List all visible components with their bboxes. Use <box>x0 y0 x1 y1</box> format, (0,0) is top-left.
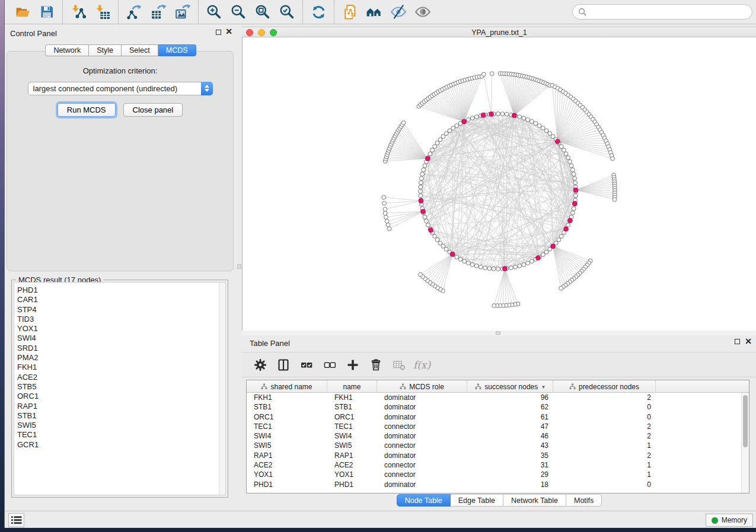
table-panel: Table Panel ✕ f(x) shared namenameMCDS r… <box>242 335 756 511</box>
mcds-result-item[interactable]: STB1 <box>17 411 225 421</box>
import-table-icon[interactable] <box>94 3 111 21</box>
table-row[interactable]: STB1STB1dominator620 <box>247 402 749 412</box>
mcds-result-group: MCDS result (17 nodes) PHD1CAR1STP4TID3Y… <box>11 280 228 498</box>
close-table-panel-icon[interactable]: ✕ <box>745 336 752 347</box>
export-table-icon[interactable] <box>149 3 167 21</box>
show-columns-icon[interactable] <box>275 357 291 373</box>
mcds-result-item[interactable]: SRD1 <box>17 344 225 353</box>
network-canvas[interactable] <box>242 37 756 331</box>
zoom-in-icon[interactable] <box>205 3 223 21</box>
tab-select[interactable]: Select <box>122 44 158 56</box>
settings-icon[interactable] <box>252 357 268 373</box>
mcds-result-item[interactable]: PMA2 <box>17 353 225 363</box>
cell-name: FKH1 <box>327 393 377 402</box>
mcds-result-item[interactable]: GCR1 <box>17 440 225 450</box>
column-header-mcds-role[interactable]: MCDS role <box>377 380 467 393</box>
cell-shared-name: YOX1 <box>247 470 327 479</box>
float-panel-icon[interactable] <box>216 30 221 35</box>
float-table-panel-icon[interactable] <box>735 339 740 344</box>
table-row[interactable]: RAP1RAP1dominator352 <box>247 451 749 460</box>
apply-layout-icon[interactable] <box>310 3 327 21</box>
zoom-fit-icon[interactable] <box>254 3 272 21</box>
search-input[interactable] <box>590 7 752 17</box>
column-header-successor-nodes[interactable]: successor nodes▾ <box>467 380 553 393</box>
close-panel-button[interactable]: Close panel <box>123 103 183 117</box>
mcds-result-item[interactable]: FKH1 <box>17 363 225 372</box>
table-scrollbar[interactable] <box>741 393 749 493</box>
save-session-icon[interactable] <box>38 3 56 21</box>
run-mcds-button[interactable]: Run MCDS <box>58 103 116 117</box>
column-header-shared-name[interactable]: shared name <box>247 380 327 393</box>
mcds-tab-content: Optimization criterion: largest connecte… <box>7 51 234 271</box>
mcds-result-item[interactable]: PHD1 <box>17 286 225 295</box>
scrollbar-thumb[interactable] <box>743 395 748 447</box>
add-icon[interactable] <box>344 357 361 373</box>
mcds-result-item[interactable]: YOX1 <box>17 324 225 334</box>
clone-network-icon[interactable] <box>341 3 359 21</box>
delete-icon[interactable] <box>368 357 384 373</box>
mcds-result-item[interactable]: ORC1 <box>17 392 225 401</box>
tab-network-table[interactable]: Network Table <box>503 494 566 507</box>
tab-style[interactable]: Style <box>89 44 122 56</box>
criterion-select[interactable]: largest connected component (undirected) <box>28 82 213 95</box>
deselect-all-icon[interactable] <box>321 357 337 373</box>
cell-mcds-role: dominator <box>377 451 467 460</box>
cell-shared-name: SWI5 <box>247 441 327 450</box>
close-panel-icon[interactable]: ✕ <box>225 26 232 37</box>
mcds-result-item[interactable]: STP4 <box>17 305 225 315</box>
cell-successor-nodes: 61 <box>467 412 553 422</box>
tab-edge-table[interactable]: Edge Table <box>451 494 503 507</box>
cell-successor-nodes: 35 <box>467 451 553 460</box>
table-row[interactable]: FKH1FKH1dominator962 <box>247 393 749 402</box>
mcds-result-item[interactable]: RAP1 <box>17 402 225 411</box>
export-image-icon[interactable] <box>174 3 192 21</box>
mcds-result-item[interactable]: SWI5 <box>17 421 225 430</box>
mcds-result-item[interactable]: TEC1 <box>17 430 225 440</box>
table-row[interactable]: ACE2ACE2connector311 <box>247 460 749 470</box>
mcds-result-item[interactable]: SWI4 <box>17 334 225 343</box>
column-label: predecessor nodes <box>579 383 639 391</box>
mcds-result-item[interactable]: ACE2 <box>17 373 225 382</box>
table-row[interactable]: ORC1ORC1dominator610 <box>247 412 749 422</box>
function-builder-icon[interactable]: f(x) <box>414 357 430 373</box>
table-row[interactable]: PHD1PHD1dominator180 <box>247 480 749 489</box>
export-network-icon[interactable] <box>125 3 143 21</box>
cell-successor-nodes: 29 <box>467 470 553 479</box>
delete-table-icon[interactable] <box>391 357 407 373</box>
zoom-out-icon[interactable] <box>229 3 247 21</box>
mcds-list-scrollbar[interactable] <box>219 283 225 495</box>
status-bar: Memory <box>5 511 756 528</box>
splitter-grip[interactable] <box>237 264 241 269</box>
horizontal-splitter[interactable] <box>242 331 756 335</box>
control-panel-tabs: NetworkStyleSelectMCDS <box>5 44 237 56</box>
table-row[interactable]: SWI5SWI5connector431 <box>247 441 749 450</box>
column-header-predecessor-nodes[interactable]: predecessor nodes <box>553 380 656 393</box>
cell-shared-name: FKH1 <box>247 393 327 402</box>
tab-network[interactable]: Network <box>45 44 89 56</box>
first-neighbors-icon[interactable] <box>365 3 383 21</box>
hide-selected-icon[interactable] <box>390 3 407 21</box>
cell-successor-nodes: 46 <box>467 431 553 441</box>
cell-predecessor-nodes: 1 <box>553 470 656 479</box>
tab-motifs[interactable]: Motifs <box>566 494 602 507</box>
vertical-splitter[interactable] <box>237 24 242 511</box>
show-all-icon[interactable] <box>414 3 432 21</box>
open-file-icon[interactable] <box>14 3 31 21</box>
splitter-grip[interactable] <box>496 331 500 335</box>
zoom-selected-icon[interactable] <box>278 3 296 21</box>
task-history-button[interactable] <box>8 513 24 527</box>
tab-node-table[interactable]: Node Table <box>397 494 451 507</box>
select-all-icon[interactable] <box>298 357 314 373</box>
table-panel-title: Table Panel <box>250 339 290 348</box>
tab-mcds[interactable]: MCDS <box>158 44 196 56</box>
column-header-name[interactable]: name <box>327 380 377 393</box>
import-network-icon[interactable] <box>69 3 87 21</box>
cell-successor-nodes: 18 <box>467 480 553 489</box>
memory-button[interactable]: Memory <box>706 514 753 527</box>
mcds-result-item[interactable]: TID3 <box>17 315 225 324</box>
mcds-result-item[interactable]: STB5 <box>17 382 225 392</box>
table-row[interactable]: TEC1TEC1connector472 <box>247 422 749 431</box>
table-row[interactable]: YOX1YOX1connector291 <box>247 470 749 479</box>
table-row[interactable]: SWI4SWI4dominator462 <box>247 431 749 441</box>
mcds-result-item[interactable]: CAR1 <box>17 295 225 305</box>
